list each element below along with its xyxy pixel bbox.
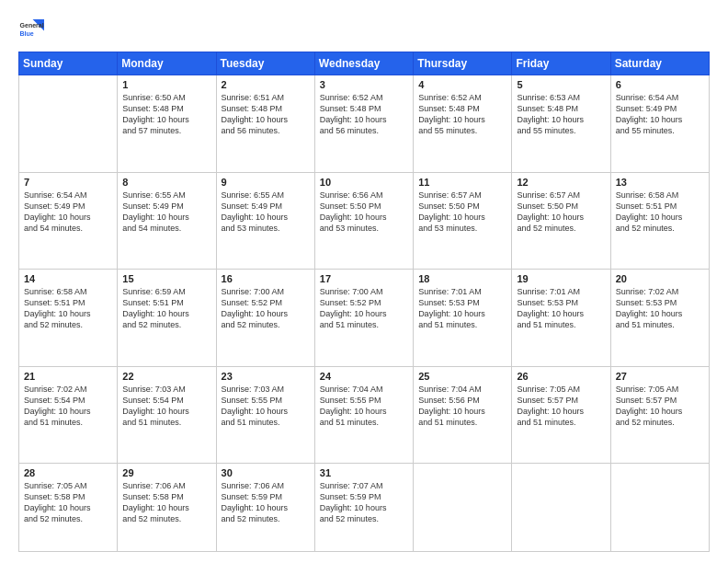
day-info: Sunrise: 6:57 AM Sunset: 5:50 PM Dayligh…: [418, 190, 506, 235]
weekday-header-friday: Friday: [512, 52, 610, 75]
day-number: 17: [320, 273, 408, 284]
day-info: Sunrise: 7:05 AM Sunset: 5:57 PM Dayligh…: [616, 384, 704, 429]
day-info: Sunrise: 7:02 AM Sunset: 5:53 PM Dayligh…: [616, 286, 704, 331]
weekday-header-tuesday: Tuesday: [216, 52, 314, 75]
week-row-4: 28Sunrise: 7:05 AM Sunset: 5:58 PM Dayli…: [19, 464, 710, 552]
day-number: 10: [320, 177, 408, 188]
calendar-cell: 21Sunrise: 7:02 AM Sunset: 5:54 PM Dayli…: [19, 366, 118, 464]
calendar-cell: [610, 464, 709, 552]
week-row-3: 21Sunrise: 7:02 AM Sunset: 5:54 PM Dayli…: [19, 366, 710, 464]
day-number: 23: [222, 371, 310, 382]
day-info: Sunrise: 6:52 AM Sunset: 5:48 PM Dayligh…: [418, 92, 506, 137]
calendar-cell: 9Sunrise: 6:55 AM Sunset: 5:49 PM Daylig…: [216, 172, 314, 270]
calendar-cell: 19Sunrise: 7:01 AM Sunset: 5:53 PM Dayli…: [512, 270, 610, 367]
day-info: Sunrise: 6:58 AM Sunset: 5:51 PM Dayligh…: [616, 190, 704, 235]
calendar-cell: 8Sunrise: 6:55 AM Sunset: 5:49 PM Daylig…: [118, 172, 216, 270]
day-info: Sunrise: 7:00 AM Sunset: 5:52 PM Dayligh…: [320, 286, 408, 331]
calendar-cell: 28Sunrise: 7:05 AM Sunset: 5:58 PM Dayli…: [19, 464, 118, 552]
day-number: 12: [517, 177, 605, 188]
weekday-header-monday: Monday: [118, 52, 216, 75]
calendar-cell: [19, 75, 118, 173]
weekday-header-saturday: Saturday: [610, 52, 709, 75]
day-number: 22: [122, 371, 210, 382]
day-number: 5: [517, 79, 605, 90]
day-info: Sunrise: 6:50 AM Sunset: 5:48 PM Dayligh…: [122, 92, 210, 137]
weekday-header-thursday: Thursday: [414, 52, 512, 75]
weekday-header-sunday: Sunday: [19, 52, 118, 75]
day-number: 28: [24, 467, 112, 478]
weekday-header-wednesday: Wednesday: [314, 52, 413, 75]
week-row-2: 14Sunrise: 6:58 AM Sunset: 5:51 PM Dayli…: [19, 270, 710, 367]
day-info: Sunrise: 7:02 AM Sunset: 5:54 PM Dayligh…: [24, 384, 112, 429]
day-info: Sunrise: 7:05 AM Sunset: 5:57 PM Dayligh…: [517, 384, 605, 429]
calendar-cell: 11Sunrise: 6:57 AM Sunset: 5:50 PM Dayli…: [414, 172, 512, 270]
day-info: Sunrise: 7:01 AM Sunset: 5:53 PM Dayligh…: [418, 286, 506, 331]
calendar-cell: 2Sunrise: 6:51 AM Sunset: 5:48 PM Daylig…: [216, 75, 314, 173]
day-info: Sunrise: 7:06 AM Sunset: 5:58 PM Dayligh…: [122, 480, 210, 525]
day-number: 31: [320, 467, 408, 478]
calendar-table: SundayMondayTuesdayWednesdayThursdayFrid…: [18, 52, 710, 552]
day-number: 15: [122, 273, 210, 284]
day-number: 29: [122, 467, 210, 478]
logo: General Blue: [18, 17, 44, 42]
day-info: Sunrise: 6:52 AM Sunset: 5:48 PM Dayligh…: [320, 92, 408, 137]
day-number: 6: [616, 79, 704, 90]
day-number: 13: [616, 177, 704, 188]
calendar-cell: 6Sunrise: 6:54 AM Sunset: 5:49 PM Daylig…: [610, 75, 709, 173]
day-info: Sunrise: 6:55 AM Sunset: 5:49 PM Dayligh…: [122, 190, 210, 235]
week-row-0: 1Sunrise: 6:50 AM Sunset: 5:48 PM Daylig…: [19, 75, 710, 173]
calendar-cell: 26Sunrise: 7:05 AM Sunset: 5:57 PM Dayli…: [512, 366, 610, 464]
calendar-cell: 12Sunrise: 6:57 AM Sunset: 5:50 PM Dayli…: [512, 172, 610, 270]
day-number: 9: [222, 177, 310, 188]
day-number: 2: [222, 79, 310, 90]
calendar-cell: 10Sunrise: 6:56 AM Sunset: 5:50 PM Dayli…: [314, 172, 413, 270]
day-info: Sunrise: 7:04 AM Sunset: 5:55 PM Dayligh…: [320, 384, 408, 429]
day-info: Sunrise: 6:58 AM Sunset: 5:51 PM Dayligh…: [24, 286, 112, 331]
day-info: Sunrise: 7:03 AM Sunset: 5:55 PM Dayligh…: [222, 384, 310, 429]
calendar-cell: 25Sunrise: 7:04 AM Sunset: 5:56 PM Dayli…: [414, 366, 512, 464]
calendar-cell: 27Sunrise: 7:05 AM Sunset: 5:57 PM Dayli…: [610, 366, 709, 464]
calendar-cell: [512, 464, 610, 552]
day-number: 14: [24, 273, 112, 284]
weekday-header-row: SundayMondayTuesdayWednesdayThursdayFrid…: [19, 52, 710, 75]
day-number: 26: [517, 371, 605, 382]
calendar-cell: 3Sunrise: 6:52 AM Sunset: 5:48 PM Daylig…: [314, 75, 413, 173]
calendar-cell: 30Sunrise: 7:06 AM Sunset: 5:59 PM Dayli…: [216, 464, 314, 552]
day-number: 7: [24, 177, 112, 188]
day-info: Sunrise: 7:00 AM Sunset: 5:52 PM Dayligh…: [222, 286, 310, 331]
day-number: 19: [517, 273, 605, 284]
calendar-cell: 20Sunrise: 7:02 AM Sunset: 5:53 PM Dayli…: [610, 270, 709, 367]
day-number: 21: [24, 371, 112, 382]
calendar-cell: 31Sunrise: 7:07 AM Sunset: 5:59 PM Dayli…: [314, 464, 413, 552]
calendar-cell: 22Sunrise: 7:03 AM Sunset: 5:54 PM Dayli…: [118, 366, 216, 464]
day-number: 8: [122, 177, 210, 188]
day-number: 1: [122, 79, 210, 90]
day-info: Sunrise: 7:06 AM Sunset: 5:59 PM Dayligh…: [222, 480, 310, 525]
day-info: Sunrise: 7:05 AM Sunset: 5:58 PM Dayligh…: [24, 480, 112, 525]
day-number: 3: [320, 79, 408, 90]
day-number: 27: [616, 371, 704, 382]
day-number: 16: [222, 273, 310, 284]
day-info: Sunrise: 6:57 AM Sunset: 5:50 PM Dayligh…: [517, 190, 605, 235]
calendar-cell: 1Sunrise: 6:50 AM Sunset: 5:48 PM Daylig…: [118, 75, 216, 173]
day-info: Sunrise: 6:56 AM Sunset: 5:50 PM Dayligh…: [320, 190, 408, 235]
calendar-cell: 14Sunrise: 6:58 AM Sunset: 5:51 PM Dayli…: [19, 270, 118, 367]
day-info: Sunrise: 6:54 AM Sunset: 5:49 PM Dayligh…: [24, 190, 112, 235]
day-number: 24: [320, 371, 408, 382]
calendar-cell: 24Sunrise: 7:04 AM Sunset: 5:55 PM Dayli…: [314, 366, 413, 464]
day-info: Sunrise: 7:07 AM Sunset: 5:59 PM Dayligh…: [320, 480, 408, 525]
day-info: Sunrise: 7:01 AM Sunset: 5:53 PM Dayligh…: [517, 286, 605, 331]
day-number: 30: [222, 467, 310, 478]
calendar-cell: 15Sunrise: 6:59 AM Sunset: 5:51 PM Dayli…: [118, 270, 216, 367]
day-info: Sunrise: 6:59 AM Sunset: 5:51 PM Dayligh…: [122, 286, 210, 331]
calendar-cell: 16Sunrise: 7:00 AM Sunset: 5:52 PM Dayli…: [216, 270, 314, 367]
calendar-cell: 4Sunrise: 6:52 AM Sunset: 5:48 PM Daylig…: [414, 75, 512, 173]
day-info: Sunrise: 6:51 AM Sunset: 5:48 PM Dayligh…: [222, 92, 310, 137]
week-row-1: 7Sunrise: 6:54 AM Sunset: 5:49 PM Daylig…: [19, 172, 710, 270]
day-info: Sunrise: 7:03 AM Sunset: 5:54 PM Dayligh…: [122, 384, 210, 429]
calendar-cell: [414, 464, 512, 552]
day-info: Sunrise: 6:55 AM Sunset: 5:49 PM Dayligh…: [222, 190, 310, 235]
svg-text:General: General: [20, 22, 44, 29]
calendar-cell: 29Sunrise: 7:06 AM Sunset: 5:58 PM Dayli…: [118, 464, 216, 552]
calendar-cell: 18Sunrise: 7:01 AM Sunset: 5:53 PM Dayli…: [414, 270, 512, 367]
